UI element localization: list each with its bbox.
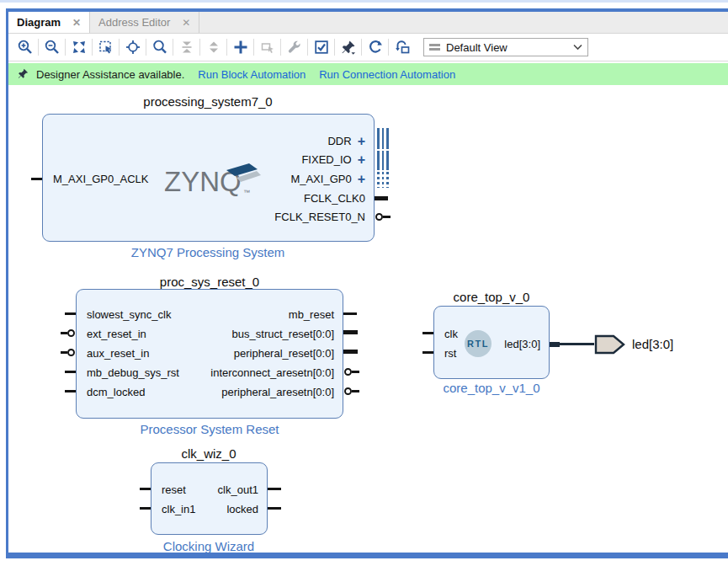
toolbar-separator [65,39,66,56]
autofit-selection-button[interactable] [121,37,144,57]
pin-button[interactable] [337,37,359,57]
refresh-button[interactable] [364,37,386,57]
toolbar-separator [226,39,227,56]
pin-stub [343,350,358,354]
block-type-proc-sys-reset[interactable]: Processor System Reset [140,422,279,436]
close-icon[interactable]: ✕ [182,18,190,28]
pin-stub [140,488,151,490]
pin-circle-stub [67,349,75,356]
pin-stub [422,332,433,334]
port-m-axi-gp0-aclk[interactable]: M_AXI_GP0_ACLK [53,171,148,188]
block-core-top[interactable]: clk rst led[3:0] [433,306,550,379]
port-clk-out1[interactable]: clk_out1 [218,482,258,499]
port-mb-reset[interactable]: mb_reset [289,307,334,323]
port-bus-struct-reset[interactable]: bus_struct_reset[0:0] [232,326,334,343]
port-aux-reset-in[interactable]: aux_reset_in [87,345,149,362]
add-ip-button[interactable] [229,37,252,57]
external-port-led[interactable] [594,334,626,355]
refresh-icon [367,39,384,56]
make-external-icon [259,39,276,56]
block-type-core-top[interactable]: core_top_v_v1_0 [443,381,539,395]
diagram-toolbar: Default View [8,34,728,61]
validate-design-button[interactable] [310,37,332,57]
zoom-fit-button[interactable] [67,37,90,57]
view-selector-icon [429,44,440,51]
pin-stub [352,390,359,392]
toolbar-separator [119,39,120,56]
customize-block-button[interactable] [283,37,306,57]
tab-address-editor[interactable]: Address Editor ✕ [90,12,199,33]
expand-interface-icon[interactable]: + [358,172,365,186]
run-block-automation-link[interactable]: Run Block Automation [198,68,306,81]
wire-led[interactable] [560,343,594,345]
pin-circle-stub [375,213,383,221]
port-ddr[interactable]: DDR+ [327,133,365,150]
port-reset[interactable]: reset [162,482,186,499]
tab-address-editor-label: Address Editor [98,16,170,29]
toolbar-separator [92,39,93,56]
port-ext-reset-in[interactable]: ext_reset_in [87,326,146,343]
block-type-clk-wiz[interactable]: Clocking Wizard [163,539,254,553]
wrench-icon [286,39,303,56]
zoom-in-button[interactable] [13,37,36,57]
toolbar-separator [307,39,308,56]
block-clk-wiz[interactable]: reset clk_in1 clk_out1 locked [151,462,268,535]
port-clk[interactable]: clk [444,326,458,343]
pin-stub [375,196,388,200]
expand-hierarchy-icon [205,39,222,56]
expand-interface-icon[interactable]: + [358,152,365,167]
block-name-core-top: core_top_v_0 [454,290,530,304]
external-port-led-label[interactable]: led[3:0] [632,335,673,354]
view-selector-value: Default View [446,41,567,54]
port-led[interactable]: led[3:0] [504,336,540,353]
expand-hierarchy-button[interactable] [202,37,225,57]
view-selector-dropdown[interactable]: Default View [423,38,588,56]
port-fclk-reset0-n[interactable]: FCLK_RESET0_N [274,209,365,226]
search-button[interactable] [148,37,171,57]
tab-bar: Diagram ✕ Address Editor ✕ [8,12,728,34]
make-external-button[interactable] [256,37,279,57]
pin-stub [343,330,358,334]
run-connection-automation-link[interactable]: Run Connection Automation [319,68,455,81]
pin-stub [343,312,357,315]
tab-diagram[interactable]: Diagram ✕ [8,12,90,33]
window-top-strip [0,0,728,3]
port-rst[interactable]: rst [444,345,456,362]
toolbar-separator [253,39,254,56]
collapse-hierarchy-button[interactable] [175,37,198,57]
port-mb-debug-sys-rst[interactable]: mb_debug_sys_rst [87,365,179,382]
port-m-axi-gp0[interactable]: M_AXI_GP0+ [290,171,365,188]
pin-stub [65,312,76,315]
port-peripheral-reset[interactable]: peripheral_reset[0:0] [234,345,334,362]
pin-stub [550,342,560,347]
close-icon[interactable]: ✕ [72,18,81,28]
validate-design-icon [313,39,330,56]
port-clk-in1[interactable]: clk_in1 [162,501,195,518]
pin-stub [61,332,67,334]
port-fixed-io[interactable]: FIXED_IO+ [301,152,365,168]
pin-stub [65,371,76,373]
panel-border-bottom [6,553,728,558]
port-slowest-sync-clk[interactable]: slowest_sync_clk [87,307,171,323]
port-peripheral-aresetn[interactable]: peripheral_aresetn[0:0] [221,384,334,401]
interface-stub-ddr [377,128,389,149]
toolbar-separator [199,39,200,56]
diagram-canvas[interactable]: processing_system7_0 M_AXI_GP0_ACLK DDR+… [8,85,728,553]
zoom-to-selection-button[interactable] [94,37,117,57]
toolbar-separator [280,39,281,56]
port-locked[interactable]: locked [226,501,258,518]
pin-stub [268,488,281,490]
expand-interface-icon[interactable]: + [358,134,365,148]
zynq-logo: ZYNQ ™ [162,159,262,200]
port-interconnect-aresetn[interactable]: interconnect_aresetn[0:0] [210,365,334,382]
pin-stub [422,351,433,354]
block-proc-sys-reset[interactable]: slowest_sync_clk ext_reset_in aux_reset_… [76,289,343,419]
port-fclk-clk0[interactable]: FCLK_CLK0 [304,190,365,207]
rtl-badge: RTL [465,330,492,357]
regenerate-layout-button[interactable] [391,37,413,57]
search-icon [151,39,168,56]
toolbar-separator [146,39,146,56]
zoom-out-button[interactable] [40,37,63,57]
block-type-processing-system7[interactable]: ZYNQ7 Processing System [131,245,285,259]
port-dcm-locked[interactable]: dcm_locked [87,384,145,401]
